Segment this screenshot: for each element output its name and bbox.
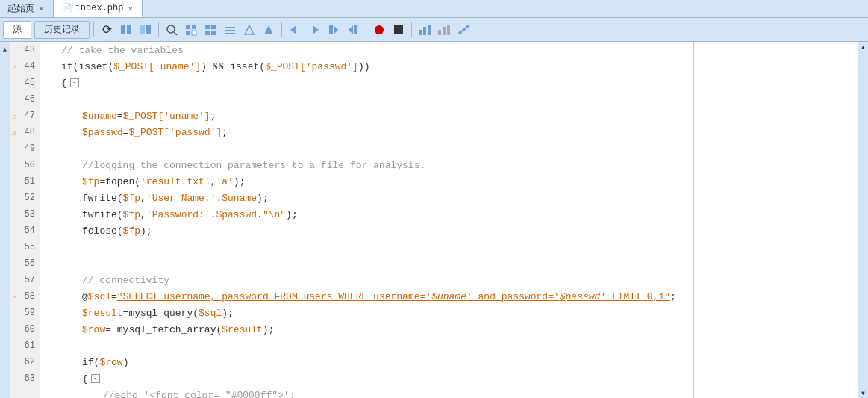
tab-index-close[interactable]: ✕ — [126, 4, 134, 13]
toolbar-btn-stop[interactable] — [370, 21, 388, 39]
svg-rect-32 — [447, 25, 450, 35]
fold-63[interactable]: - — [91, 374, 100, 383]
linenum-61: 61 — [25, 341, 35, 351]
code-line-45: { - — [40, 75, 693, 91]
toolbar-btn-nav2[interactable] — [305, 21, 323, 39]
svg-rect-0 — [121, 25, 125, 34]
history-tab[interactable]: 历史记录 — [34, 21, 90, 39]
tab-index-label: index.php — [75, 3, 124, 13]
tab-start-close[interactable]: ✕ — [37, 4, 46, 13]
tab-index[interactable]: 📄 index.php ✕ — [54, 0, 143, 17]
scroll-up-btn[interactable]: ▲ — [858, 42, 869, 52]
svg-point-35 — [463, 28, 466, 31]
svg-rect-13 — [211, 31, 216, 35]
line-num-48: ⚠ 48 — [10, 124, 40, 140]
code-45-text: { — [61, 78, 67, 89]
scroll-up-arrow[interactable]: ▲ — [3, 46, 7, 54]
line-num-55: 55 — [10, 239, 40, 255]
code-line-49 — [40, 140, 693, 157]
code-line-58: @$sql="SELECT username, password FROM us… — [40, 288, 693, 305]
line-num-51: 51 — [10, 173, 40, 190]
code-line-57: // connectivity — [40, 272, 693, 288]
code-line-47: $uname=$_POST['uname']; — [40, 108, 693, 124]
scroll-down-btn[interactable]: ▼ — [858, 388, 869, 398]
scroll-left-panel: ▲ — [0, 42, 10, 398]
line-num-60: 60 — [10, 321, 40, 338]
svg-rect-21 — [329, 25, 333, 34]
toolbar-btn-square[interactable] — [390, 21, 408, 39]
toolbar-btn-forward[interactable] — [137, 21, 154, 39]
code-line-64: //echo '<font color= "#0000ff">'; — [40, 387, 693, 398]
right-panel — [693, 42, 858, 398]
code-51-text: $fp — [82, 176, 99, 187]
svg-rect-9 — [192, 31, 196, 35]
source-tab[interactable]: 源 — [3, 21, 31, 39]
toolbar-btn-chart1[interactable] — [416, 21, 434, 39]
code-line-62: if($row) — [40, 354, 693, 370]
line-num-53: 53 — [10, 206, 40, 223]
warning-47: ⚠ — [12, 111, 17, 121]
code-48-text: $passwd — [82, 127, 123, 138]
code-43-text: // take the variables — [61, 45, 184, 56]
tab-start-label: 起始页 — [7, 2, 34, 15]
line-num-44: ⚠ 44 — [10, 58, 40, 75]
toolbar-btn-nav1[interactable] — [286, 21, 304, 39]
toolbar-btn-chart2[interactable] — [435, 21, 453, 39]
linenum-54: 54 — [25, 226, 35, 236]
toolbar-btn-back[interactable] — [117, 21, 135, 39]
svg-marker-18 — [264, 25, 273, 34]
line-num-43: 43 — [10, 42, 40, 58]
toolbar-btn-r2[interactable] — [202, 21, 219, 39]
svg-rect-29 — [428, 25, 431, 35]
tab-start[interactable]: 起始页 ✕ — [0, 0, 54, 17]
svg-line-5 — [174, 32, 177, 35]
tab-index-icon: 📄 — [61, 3, 72, 14]
linenum-52: 52 — [25, 193, 35, 203]
toolbar-btn-chart3[interactable] — [455, 21, 472, 39]
linenum-57: 57 — [25, 275, 35, 285]
line-num-52: 52 — [10, 190, 40, 206]
svg-point-34 — [459, 31, 462, 34]
code-63-text: { — [82, 373, 88, 385]
code-line-60: $row = mysql_fetch_array($result); — [40, 321, 693, 338]
svg-rect-10 — [205, 25, 210, 29]
linenum-56: 56 — [25, 258, 35, 269]
svg-marker-17 — [245, 25, 254, 34]
linenum-47: 47 — [25, 111, 35, 121]
toolbar: 源 历史记录 ⟳ — [0, 18, 868, 42]
toolbar-btn-nav3[interactable] — [325, 21, 343, 39]
code-line-54: fclose($fp); — [40, 223, 693, 239]
linenum-62: 62 — [25, 357, 35, 367]
tab-bar: 起始页 ✕ 📄 index.php ✕ — [0, 0, 868, 18]
code-57-text: // connectivity — [82, 275, 169, 286]
toolbar-btn-r4[interactable] — [240, 21, 258, 39]
v-scrollbar: ▲ ▼ — [858, 42, 868, 398]
toolbar-btn-r5[interactable] — [260, 21, 278, 39]
toolbar-btn-r3[interactable] — [221, 21, 239, 39]
toolbar-btn-nav4[interactable] — [344, 21, 362, 39]
fold-45[interactable]: - — [70, 78, 79, 87]
code-line-48: $passwd=$_POST['passwd']; — [40, 124, 693, 140]
svg-point-4 — [167, 25, 175, 33]
code-line-61 — [40, 338, 693, 354]
toolbar-btn-r1[interactable] — [182, 21, 200, 39]
line-num-58: ⚠ 58 — [10, 288, 40, 305]
source-tab-label: 源 — [13, 23, 22, 36]
svg-rect-31 — [443, 27, 446, 35]
line-num-56: 56 — [10, 255, 40, 272]
line-numbers: 43 ⚠ 44 45 46 ⚠ 47 ⚠ 48 49 50 51 52 53 5… — [10, 42, 40, 398]
line-num-61: 61 — [10, 338, 40, 354]
toolbar-btn-search[interactable] — [163, 21, 181, 39]
scrollbar-track[interactable] — [858, 52, 869, 388]
linenum-63: 63 — [25, 373, 35, 384]
code-60-text: $row — [82, 324, 105, 335]
warning-44: ⚠ — [12, 62, 17, 72]
linenum-48: 48 — [25, 127, 35, 137]
svg-marker-20 — [313, 25, 319, 34]
svg-rect-11 — [211, 25, 216, 29]
code-64-text: //echo '<font color= "#0000ff">'; — [103, 390, 295, 399]
code-58-at: @ — [82, 291, 88, 302]
toolbar-btn-refresh[interactable]: ⟳ — [98, 21, 116, 39]
line-num-63: 63 — [10, 370, 40, 387]
code-area[interactable]: // take the variables if(isset($_POST['u… — [40, 42, 693, 398]
